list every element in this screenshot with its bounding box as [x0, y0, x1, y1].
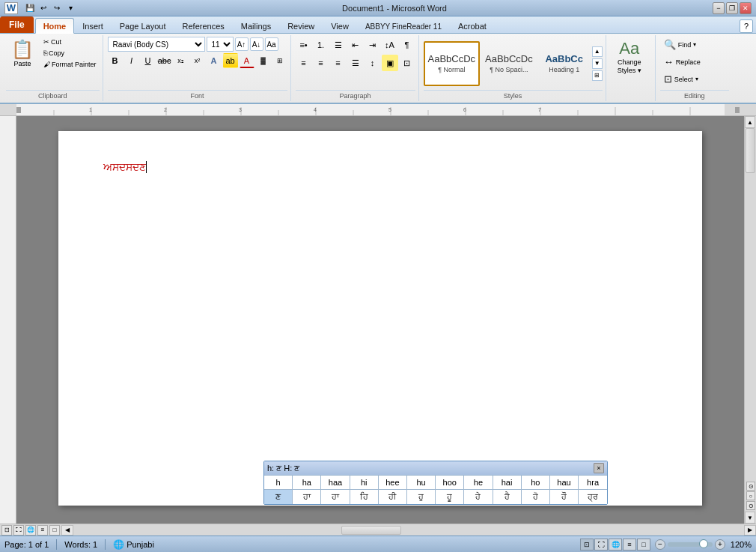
ime-close-btn[interactable]: ×: [594, 463, 604, 473]
zoom-out-btn[interactable]: −: [655, 539, 665, 550]
customize-qat-btn[interactable]: ▾: [64, 2, 76, 14]
ime-cell-haa-g[interactable]: ਹਾ: [293, 490, 321, 504]
close-btn[interactable]: ✕: [740, 2, 752, 14]
align-left-btn[interactable]: ≡: [296, 55, 312, 71]
status-fullread-view[interactable]: ⛶: [594, 539, 608, 551]
text-highlight-btn[interactable]: ab: [223, 53, 238, 68]
tab-insert[interactable]: Insert: [74, 18, 112, 33]
strikethrough-btn[interactable]: abc: [157, 53, 172, 68]
sort-btn[interactable]: ↕A: [382, 37, 398, 53]
shading-btn[interactable]: ▣: [382, 55, 398, 71]
ime-cell-hoo[interactable]: hoo: [436, 476, 464, 489]
ime-cell-hai[interactable]: hai: [493, 476, 522, 489]
ime-cell-he[interactable]: he: [464, 476, 493, 489]
ime-cell-ha[interactable]: ha: [293, 476, 321, 489]
show-formatting-btn[interactable]: ¶: [399, 37, 415, 53]
style-no-spacing[interactable]: AaBbCcDc ¶ No Spaci...: [481, 41, 537, 86]
scroll-down-btn[interactable]: ▼: [745, 512, 755, 524]
status-normal-view[interactable]: ⊡: [580, 539, 594, 551]
numbering-btn[interactable]: 1.: [313, 37, 329, 53]
border-btn[interactable]: ⊞: [272, 53, 287, 68]
help-btn[interactable]: ?: [740, 19, 753, 33]
font-size-select[interactable]: 11: [207, 37, 234, 52]
align-right-btn[interactable]: ≡: [330, 55, 347, 71]
vertical-scrollbar[interactable]: ▲ ⊙ ○ ⊙ ▼: [744, 116, 756, 524]
styles-scroll-up[interactable]: ▲: [592, 46, 603, 57]
italic-btn[interactable]: I: [124, 53, 139, 68]
scroll-track[interactable]: [745, 128, 756, 480]
ime-cell-he-g[interactable]: ਹੇ: [464, 490, 493, 504]
tab-page-layout[interactable]: Page Layout: [112, 18, 174, 33]
next-page-btn[interactable]: ⊙: [746, 501, 755, 510]
tab-mailings[interactable]: Mailings: [233, 18, 279, 33]
ime-cell-hi[interactable]: hi: [350, 476, 379, 489]
minimize-btn[interactable]: −: [713, 2, 725, 14]
style-normal[interactable]: AaBbCcDc ¶ Normal: [424, 41, 481, 86]
status-outline-view[interactable]: ≡: [623, 539, 636, 551]
ime-cell-hai-g[interactable]: ਹੈ: [493, 490, 522, 504]
style-heading1[interactable]: AaBbCc Heading 1: [538, 41, 591, 86]
font-grow-btn[interactable]: A↑: [235, 37, 249, 51]
underline-btn[interactable]: U: [141, 53, 156, 68]
web-view-btn[interactable]: 🌐: [25, 525, 36, 536]
char-shading-btn[interactable]: ▓: [256, 53, 271, 68]
document-page[interactable]: ਅਸਦਸਦਣ: [58, 131, 702, 506]
paste-btn[interactable]: 📋 Paste: [6, 37, 39, 70]
align-center-btn[interactable]: ≡: [313, 55, 329, 71]
ime-cell-hi-g[interactable]: ਹਿ: [350, 490, 379, 504]
ime-cell-hau[interactable]: hau: [550, 476, 579, 489]
scroll-thumb[interactable]: [746, 128, 755, 173]
justify-btn[interactable]: ☰: [347, 55, 364, 71]
copy-btn[interactable]: ⎘ Copy: [40, 48, 100, 58]
ime-cell-hau-g[interactable]: ਹੌ: [550, 490, 579, 504]
h-scroll-left-btn[interactable]: ◀: [61, 525, 73, 536]
subscript-btn[interactable]: x₂: [174, 53, 189, 68]
h-scroll-thumb[interactable]: [341, 526, 401, 535]
tab-acrobat[interactable]: Acrobat: [450, 18, 495, 33]
ime-cell-hoo-g[interactable]: ਹੂ: [436, 490, 464, 504]
ime-cell-ha-g[interactable]: ਣ: [264, 490, 293, 504]
tab-review[interactable]: Review: [279, 18, 323, 33]
font-name-select[interactable]: Raavi (Body CS): [108, 37, 205, 52]
scroll-up-btn[interactable]: ▲: [745, 116, 755, 128]
select-dropdown[interactable]: ▾: [695, 76, 698, 82]
document-text[interactable]: ਅਸਦਸਦਣ: [103, 161, 657, 174]
select-obj-btn[interactable]: ○: [746, 491, 755, 500]
ime-cell-hu[interactable]: hu: [407, 476, 436, 489]
normal-view-btn[interactable]: ⊡: [1, 525, 12, 536]
ime-cell-hu-g[interactable]: ਹੁ: [407, 490, 436, 504]
find-dropdown[interactable]: ▾: [693, 41, 696, 48]
find-btn[interactable]: 🔍 Find ▾: [660, 37, 701, 52]
zoom-in-btn[interactable]: +: [715, 539, 725, 550]
tab-file[interactable]: File: [0, 16, 34, 33]
multilevel-btn[interactable]: ☰: [330, 37, 347, 53]
ime-cell-hra-g[interactable]: ਹ੍ਰ: [579, 490, 607, 504]
outline-view-btn[interactable]: ≡: [37, 525, 48, 536]
cut-btn[interactable]: ✂ Cut: [40, 37, 100, 47]
change-styles-btn[interactable]: Aa ChangeStyles ▾: [611, 37, 648, 77]
styles-scroll-down[interactable]: ▼: [592, 58, 603, 69]
save-qat-btn[interactable]: 💾: [24, 2, 36, 14]
ime-cell-ho[interactable]: ho: [522, 476, 550, 489]
font-shrink-btn[interactable]: A↓: [250, 37, 263, 51]
styles-more[interactable]: ⊞: [592, 70, 603, 81]
clear-format-btn[interactable]: Aa: [265, 37, 278, 51]
zoom-slider-thumb[interactable]: [699, 539, 708, 548]
text-effects-btn[interactable]: A: [207, 53, 222, 68]
decrease-indent-btn[interactable]: ⇤: [347, 37, 364, 53]
tab-home[interactable]: Home: [35, 18, 75, 34]
h-scroll-right-btn[interactable]: ▶: [744, 525, 756, 536]
select-btn[interactable]: ⊡ Select ▾: [660, 71, 702, 87]
bold-btn[interactable]: B: [108, 53, 123, 68]
status-web-view[interactable]: 🌐: [609, 539, 622, 551]
zoom-slider[interactable]: [668, 542, 713, 547]
tab-abbyy[interactable]: ABBYY FineReader 11: [357, 18, 450, 33]
font-color-btn[interactable]: A: [240, 53, 254, 68]
undo-qat-btn[interactable]: ↩: [37, 2, 49, 14]
prev-page-btn[interactable]: ⊙: [746, 482, 755, 491]
status-draft-view[interactable]: □: [637, 539, 650, 551]
h-scroll-track[interactable]: [73, 525, 744, 536]
ime-cell-hee[interactable]: hee: [379, 476, 407, 489]
ime-cell-haa[interactable]: haa: [321, 476, 350, 489]
language-status[interactable]: 🌐 Punjabi: [113, 539, 154, 550]
